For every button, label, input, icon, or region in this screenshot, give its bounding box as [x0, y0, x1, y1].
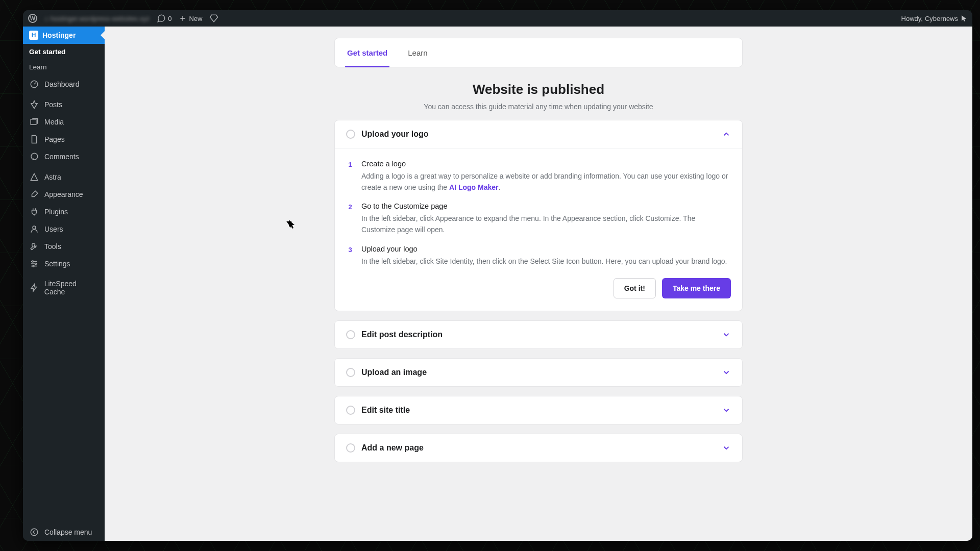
- howdy-text: Howdy,: [901, 15, 923, 22]
- task-card-upload-image: Upload an image: [334, 358, 743, 387]
- wp-body: H Hostinger Get started Learn Dashboard …: [23, 27, 972, 541]
- comment-icon: [29, 152, 39, 161]
- step-title: Create a logo: [361, 160, 731, 168]
- sidebar-item-label: Collapse menu: [44, 528, 92, 536]
- step-number: 3: [346, 245, 354, 267]
- comments-link[interactable]: 0: [157, 14, 172, 23]
- sidebar-item-label: Pages: [44, 135, 65, 143]
- wp-logo-menu[interactable]: W: [28, 14, 37, 23]
- sidebar-item-label: Plugins: [44, 208, 68, 216]
- task-toggle-add-new-page[interactable]: Add a new page: [335, 434, 742, 462]
- task-title: Edit post description: [361, 330, 443, 339]
- sidebar-sub-get-started[interactable]: Get started: [23, 44, 105, 59]
- sidebar-sub-learn[interactable]: Learn: [23, 59, 105, 74]
- site-name-text: hostinger.wordpress-websites.xyz: [51, 15, 150, 22]
- task-step: 2 Go to the Customize page In the left s…: [346, 202, 731, 235]
- task-card-upload-logo: Upload your logo 1 Create a logo: [334, 120, 743, 311]
- sidebar-item-appearance[interactable]: Appearance: [23, 186, 105, 203]
- task-toggle-edit-post-description[interactable]: Edit post description: [335, 321, 742, 348]
- sidebar-item-media[interactable]: Media: [23, 113, 105, 131]
- task-actions: Got it! Take me there: [346, 278, 731, 298]
- chevron-down-icon: [722, 443, 731, 453]
- task-toggle-upload-logo[interactable]: Upload your logo: [335, 120, 742, 148]
- wrench-icon: [29, 242, 39, 251]
- wordpress-logo-icon: W: [28, 14, 37, 23]
- task-card-edit-site-title: Edit site title: [334, 396, 743, 424]
- step-number: 1: [346, 160, 354, 193]
- account-menu[interactable]: Howdy, Cybernews: [901, 15, 967, 22]
- task-card-add-new-page: Add a new page: [334, 434, 743, 462]
- sidebar-item-label: Tools: [44, 242, 61, 251]
- step-title: Upload your logo: [361, 245, 731, 253]
- step-desc-text: Adding a logo is a great way to personal…: [361, 172, 728, 191]
- plus-icon: [179, 14, 187, 22]
- collapse-menu-button[interactable]: Collapse menu: [23, 523, 105, 541]
- task-step: 3 Upload your logo In the left sidebar, …: [346, 245, 731, 267]
- site-name-link[interactable]: ⌂ hostinger.wordpress-websites.xyz: [44, 15, 150, 22]
- step-title: Go to the Customize page: [361, 202, 731, 210]
- sidebar-item-label: Posts: [44, 101, 62, 109]
- brush-icon: [29, 190, 39, 199]
- svg-point-4: [35, 263, 37, 265]
- sidebar-item-plugins[interactable]: Plugins: [23, 203, 105, 220]
- sidebar-brand-label: Hostinger: [42, 31, 76, 39]
- tab-learn[interactable]: Learn: [408, 38, 427, 67]
- sidebar-item-label: Get started: [29, 48, 65, 56]
- pin-icon: [29, 100, 39, 109]
- sidebar-item-label: Learn: [29, 63, 47, 71]
- sidebar-item-hostinger[interactable]: H Hostinger: [23, 27, 105, 44]
- sidebar-item-label: Media: [44, 118, 64, 126]
- task-checkbox-icon: [346, 368, 355, 377]
- step-description: In the left sidebar, click Appearance to…: [361, 213, 731, 235]
- plug-icon: [29, 207, 39, 216]
- task-toggle-upload-image[interactable]: Upload an image: [335, 359, 742, 386]
- got-it-button[interactable]: Got it!: [614, 278, 656, 298]
- ai-logo-maker-link[interactable]: AI Logo Maker: [449, 183, 498, 191]
- sidebar-item-astra[interactable]: Astra: [23, 168, 105, 186]
- astra-icon: [29, 172, 39, 182]
- content-area: Get started Learn Website is published Y…: [105, 27, 972, 541]
- task-title: Add a new page: [361, 443, 424, 453]
- comments-count: 0: [168, 15, 172, 22]
- sidebar-item-tools[interactable]: Tools: [23, 238, 105, 255]
- new-content-link[interactable]: New: [179, 14, 202, 22]
- sidebar-item-comments[interactable]: Comments: [23, 148, 105, 165]
- svg-rect-1: [31, 119, 36, 125]
- sliders-icon: [29, 259, 39, 268]
- svg-point-6: [31, 529, 38, 536]
- admin-sidebar: H Hostinger Get started Learn Dashboard …: [23, 27, 105, 541]
- sidebar-item-dashboard[interactable]: Dashboard: [23, 76, 105, 93]
- wp-admin-bar: W ⌂ hostinger.wordpress-websites.xyz 0 N…: [23, 10, 972, 27]
- view-site-link[interactable]: [209, 14, 218, 23]
- new-label: New: [189, 15, 202, 22]
- sidebar-item-label: Comments: [44, 153, 79, 161]
- task-title: Upload an image: [361, 368, 427, 377]
- sidebar-item-label: Users: [44, 225, 63, 233]
- sidebar-item-litespeed-cache[interactable]: LiteSpeed Cache: [23, 276, 105, 300]
- user-display-name: Cybernews: [925, 15, 958, 22]
- sidebar-item-posts[interactable]: Posts: [23, 96, 105, 113]
- sidebar-item-label: Appearance: [44, 190, 83, 198]
- chevron-down-icon: [722, 406, 731, 415]
- chevron-up-icon: [722, 130, 731, 139]
- page-subtitle: You can access this guide material any t…: [334, 103, 743, 111]
- tab-get-started[interactable]: Get started: [347, 38, 387, 67]
- task-checkbox-icon: [346, 330, 355, 339]
- application-window: W ⌂ hostinger.wordpress-websites.xyz 0 N…: [23, 10, 972, 541]
- sidebar-item-settings[interactable]: Settings: [23, 255, 105, 272]
- page-title: Website is published: [334, 82, 743, 97]
- task-title: Edit site title: [361, 406, 410, 415]
- take-me-there-button[interactable]: Take me there: [662, 278, 731, 298]
- user-icon: [29, 224, 39, 234]
- sidebar-item-pages[interactable]: Pages: [23, 131, 105, 148]
- task-toggle-edit-site-title[interactable]: Edit site title: [335, 396, 742, 424]
- svg-point-3: [32, 261, 34, 262]
- comment-bubble-icon: [157, 14, 166, 23]
- tabs-card: Get started Learn: [334, 38, 743, 67]
- sidebar-item-users[interactable]: Users: [23, 220, 105, 238]
- step-number: 2: [346, 202, 354, 235]
- bolt-icon: [29, 283, 39, 292]
- sidebar-item-label: LiteSpeed Cache: [44, 280, 99, 296]
- sidebar-item-label: Dashboard: [44, 80, 80, 88]
- task-checkbox-icon: [346, 406, 355, 415]
